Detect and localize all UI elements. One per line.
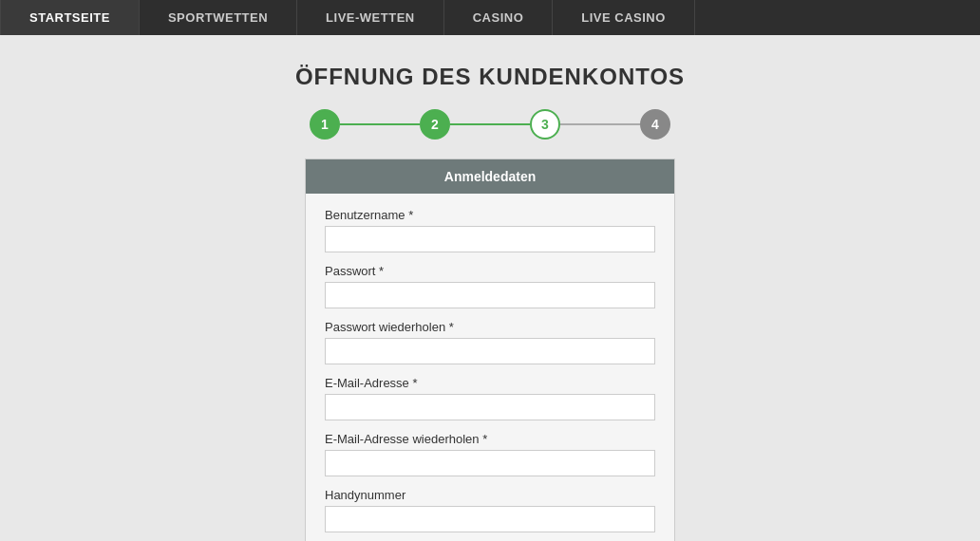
step-1: 1 [310, 109, 340, 140]
stepper-line-2 [450, 123, 530, 125]
input-handynummer[interactable] [325, 506, 655, 532]
form-card: Anmeldedaten Benutzername * Passwort * P… [305, 159, 675, 541]
field-passwort-wiederholen: Passwort wiederholen * [325, 320, 655, 364]
main-nav: STARTSEITE SPORTWETTEN LIVE-WETTEN CASIN… [0, 0, 980, 35]
stepper-line-1 [340, 123, 420, 125]
nav-casino[interactable]: CASINO [444, 0, 554, 35]
field-email-wiederholen: E-Mail-Adresse wiederholen * [325, 432, 655, 476]
form-body: Benutzername * Passwort * Passwort wiede… [306, 194, 674, 541]
field-benutzername: Benutzername * [325, 208, 655, 252]
field-email: E-Mail-Adresse * [325, 376, 655, 420]
nav-live-wetten[interactable]: LIVE-WETTEN [297, 0, 444, 35]
label-passwort-wiederholen: Passwort wiederholen * [325, 320, 655, 334]
label-email: E-Mail-Adresse * [325, 376, 655, 390]
label-email-wiederholen: E-Mail-Adresse wiederholen * [325, 432, 655, 446]
field-handynummer: Handynummer [325, 488, 655, 532]
input-email[interactable] [325, 394, 655, 420]
step-3: 3 [530, 109, 560, 140]
label-passwort: Passwort * [325, 264, 655, 278]
label-handynummer: Handynummer [325, 488, 655, 502]
nav-startseite[interactable]: STARTSEITE [0, 0, 140, 35]
page-title: ÖFFNUNG DES KUNDENKONTOS [295, 64, 685, 90]
input-passwort-wiederholen[interactable] [325, 338, 655, 364]
label-benutzername: Benutzername * [325, 208, 655, 222]
stepper-line-3 [560, 123, 640, 125]
nav-sportwetten[interactable]: SPORTWETTEN [140, 0, 297, 35]
page-content: ÖFFNUNG DES KUNDENKONTOS 1 2 3 4 Anmelde… [0, 35, 980, 541]
input-benutzername[interactable] [325, 226, 655, 252]
field-passwort: Passwort * [325, 264, 655, 308]
input-passwort[interactable] [325, 282, 655, 308]
form-header: Anmeldedaten [306, 159, 674, 194]
nav-live-casino[interactable]: LIVE CASINO [553, 0, 695, 35]
step-2: 2 [420, 109, 450, 140]
input-email-wiederholen[interactable] [325, 450, 655, 476]
step-4: 4 [640, 109, 670, 140]
stepper: 1 2 3 4 [310, 109, 670, 140]
